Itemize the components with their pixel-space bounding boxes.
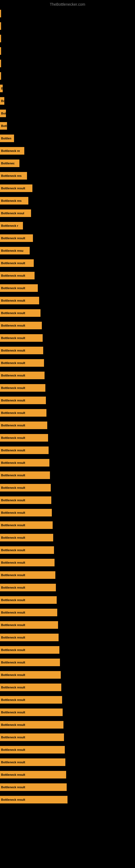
bar-54: Bottleneck result: [0, 684, 61, 691]
bar-row-27: Bottleneck result: [0, 344, 135, 356]
bar-34: Bottleneck result: [0, 434, 48, 442]
bar-row-60: Bottleneck result: [0, 756, 135, 768]
bar-row-42: Bottleneck result: [0, 532, 135, 544]
bar-label-59: Bottleneck result: [1, 748, 25, 751]
bar-row-11: Bottleneck re: [0, 145, 135, 157]
bar-row-20: Bottleneck result: [0, 257, 135, 269]
bar-label-13: Bottleneck res: [1, 174, 21, 177]
bar-label-48: Bottleneck result: [1, 611, 25, 614]
bar-label-22: Bottleneck result: [1, 286, 25, 290]
bar-row-38: Bottleneck result: [0, 482, 135, 494]
bar-label-45: Bottleneck result: [1, 574, 25, 577]
bar-row-55: Bottleneck result: [0, 694, 135, 706]
bar-row-54: Bottleneck result: [0, 681, 135, 693]
bar-row-57: Bottleneck result: [0, 719, 135, 731]
bar-12: Bottlenec: [0, 159, 19, 167]
bar-row-35: Bottleneck result: [0, 444, 135, 456]
bar-9: Botl: [0, 122, 7, 130]
bar-label-11: Bottleneck re: [1, 149, 20, 152]
bar-row-13: Bottleneck res: [0, 170, 135, 182]
bar-53: Bottleneck result: [0, 671, 61, 679]
bar-row-58: Bottleneck result: [0, 731, 135, 743]
bar-row-23: Bottleneck result: [0, 294, 135, 307]
bar-23: Bottleneck result: [0, 297, 39, 304]
bar-16: Bottleneck resul: [0, 209, 31, 217]
bar-label-63: Bottleneck result: [1, 798, 25, 801]
bar-35: Bottleneck result: [0, 446, 49, 454]
bar-row-25: Bottleneck result: [0, 319, 135, 332]
site-title: TheBottlenecker.com: [0, 0, 135, 8]
bar-15: Bottleneck res: [0, 197, 28, 205]
bar-label-27: Bottleneck result: [1, 349, 25, 352]
bar-60: Bottleneck result: [0, 758, 65, 766]
bar-55: Bottleneck result: [0, 696, 62, 704]
bar-label-19: Bottleneck resu: [1, 249, 24, 252]
bar-27: Bottleneck result: [0, 347, 43, 354]
bar-label-61: Bottleneck result: [1, 773, 25, 776]
bar-38: Bottleneck result: [0, 484, 51, 492]
bar-43: Bottleneck result: [0, 546, 54, 554]
bar-row-52: Bottleneck result: [0, 656, 135, 669]
bar-label-36: Bottleneck result: [1, 461, 25, 464]
bar-59: Bottleneck result: [0, 746, 65, 753]
bar-label-8: Bot: [1, 112, 6, 115]
bar-44: Bottleneck result: [0, 559, 54, 566]
bar-label-23: Bottleneck result: [1, 299, 25, 302]
bar-row-28: Bottleneck result: [0, 357, 135, 369]
bar-label-43: Bottleneck result: [1, 549, 25, 552]
bar-row-18: Bottleneck result: [0, 232, 135, 244]
bar-label-12: Bottlenec: [1, 162, 14, 165]
bar-row-15: Bottleneck res: [0, 195, 135, 207]
bar-label-18: Bottleneck result: [1, 237, 25, 240]
bar-row-14: Bottleneck result: [0, 182, 135, 194]
bar-row-47: Bottleneck result: [0, 594, 135, 606]
bar-row-41: Bottleneck result: [0, 519, 135, 531]
bar-row-63: Bottleneck result: [0, 794, 135, 806]
bar-1: [0, 22, 1, 30]
bar-40: Bottleneck result: [0, 509, 52, 517]
bar-50: Bottleneck result: [0, 633, 58, 641]
bar-label-29: Bottleneck result: [1, 374, 25, 377]
bar-row-2: [0, 33, 135, 44]
bar-row-5: [0, 70, 135, 82]
bar-label-39: Bottleneck result: [1, 499, 25, 502]
bar-29: Bottleneck result: [0, 372, 45, 379]
bar-label-16: Bottleneck resul: [1, 212, 24, 215]
bar-14: Bottleneck result: [0, 184, 32, 192]
bar-26: Bottleneck result: [0, 334, 43, 342]
bar-label-57: Bottleneck result: [1, 723, 25, 726]
bar-63: Bottleneck result: [0, 796, 68, 803]
bar-61: Bottleneck result: [0, 771, 66, 778]
bar-label-47: Bottleneck result: [1, 598, 25, 601]
bar-37: Bottleneck result: [0, 471, 50, 479]
bar-row-9: Botl: [0, 120, 135, 132]
bar-label-38: Bottleneck result: [1, 486, 25, 489]
bar-24: Bottleneck result: [0, 309, 41, 317]
bar-8: Bot: [0, 110, 6, 117]
bar-label-32: Bottleneck result: [1, 411, 25, 414]
bar-row-26: Bottleneck result: [0, 332, 135, 344]
bar-32: Bottleneck result: [0, 409, 46, 416]
bar-row-22: Bottleneck result: [0, 282, 135, 294]
bar-row-12: Bottlenec: [0, 157, 135, 169]
bar-0: [0, 10, 1, 18]
bar-label-52: Bottleneck result: [1, 661, 25, 664]
bar-13: Bottleneck res: [0, 172, 27, 180]
bar-25: Bottleneck result: [0, 322, 42, 329]
bar-46: Bottleneck result: [0, 584, 56, 591]
bar-row-29: Bottleneck result: [0, 369, 135, 381]
bar-row-59: Bottleneck result: [0, 744, 135, 756]
bar-label-33: Bottleneck result: [1, 424, 25, 427]
bar-label-24: Bottleneck result: [1, 311, 25, 315]
bar-row-40: Bottleneck result: [0, 507, 135, 519]
bar-row-10: Bottlen: [0, 132, 135, 144]
bar-label-26: Bottleneck result: [1, 336, 25, 340]
bar-row-24: Bottleneck result: [0, 307, 135, 319]
bar-row-48: Bottleneck result: [0, 607, 135, 618]
bar-label-21: Bottleneck result: [1, 274, 25, 277]
bar-3: [0, 47, 1, 55]
bar-label-7: Bo: [1, 99, 4, 102]
bar-row-0: [0, 8, 135, 20]
bar-18: Bottleneck result: [0, 235, 33, 242]
bar-47: Bottleneck result: [0, 596, 57, 604]
